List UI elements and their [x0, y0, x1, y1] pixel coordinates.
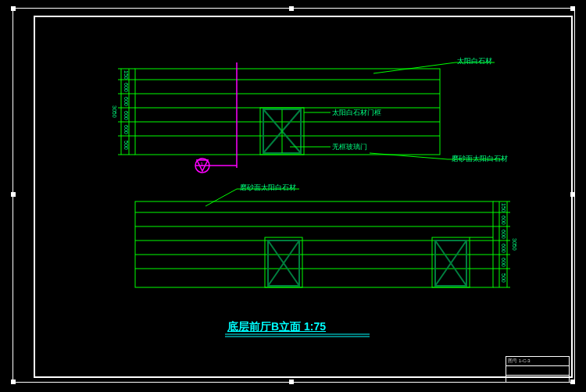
- svg-line-43: [284, 263, 299, 286]
- tick-b: [289, 380, 294, 384]
- corner-tr: [570, 6, 575, 11]
- dim-upper-total: 3050: [112, 105, 117, 118]
- svg-line-51: [205, 189, 237, 206]
- label-door-frame: 太阳白石材门框: [332, 108, 381, 118]
- drawing-title: 底层前厅B立面 1:75: [227, 320, 326, 334]
- svg-line-47: [435, 263, 451, 286]
- dim-u2: 600: [123, 83, 129, 92]
- dim-u5: 600: [123, 125, 129, 134]
- titleblock-line2: [506, 365, 569, 375]
- svg-rect-0: [135, 69, 440, 155]
- title-block: 图号 1-C-3: [506, 356, 570, 383]
- label-polished-stone: 磨砂面太阳白石材: [452, 154, 508, 164]
- dim-l4: 600: [501, 244, 506, 253]
- svg-rect-32: [135, 201, 493, 287]
- titleblock-line3: [506, 375, 569, 384]
- dim-u6: 500: [123, 141, 129, 150]
- svg-line-30: [370, 153, 448, 159]
- dim-l1: 150: [501, 203, 506, 212]
- label-top-stone: 太阳白石材: [457, 56, 492, 66]
- svg-line-49: [451, 263, 466, 286]
- titleblock-line1: 图号 1-C-3: [506, 357, 569, 365]
- tick-r: [570, 192, 575, 197]
- svg-line-10: [282, 109, 301, 131]
- dim-l3: 600: [501, 230, 506, 239]
- dim-lower-total: 3050: [512, 238, 517, 251]
- corner-br: [570, 380, 575, 384]
- dim-l5: 600: [501, 258, 506, 267]
- dim-u3: 600: [123, 97, 129, 106]
- label-glass-door: 无框玻璃门: [332, 142, 367, 152]
- svg-line-41: [268, 263, 284, 286]
- tick-l: [11, 192, 16, 197]
- label-polished-stone2: 磨砂面太阳白石材: [240, 183, 296, 193]
- svg-line-48: [451, 241, 466, 263]
- svg-line-9: [263, 131, 282, 153]
- svg-line-42: [284, 241, 299, 263]
- svg-line-11: [282, 131, 301, 153]
- section-mark-number: 1: [200, 161, 203, 168]
- drawing-area: 太阳白石材 太阳白石材门框 无框玻璃门 磨砂面太阳白石材 磨砂面太阳白石材 30…: [34, 16, 570, 376]
- corner-bl: [11, 380, 16, 384]
- dim-l2: 600: [501, 216, 506, 225]
- dim-u4: 600: [123, 111, 129, 120]
- svg-line-26: [373, 62, 456, 73]
- tick-t: [289, 6, 294, 11]
- corner-tl: [11, 6, 16, 11]
- svg-line-46: [435, 241, 451, 263]
- svg-line-40: [268, 241, 284, 263]
- dim-l6: 500: [501, 273, 506, 283]
- svg-line-8: [263, 109, 282, 131]
- dim-u1: 150: [123, 70, 129, 80]
